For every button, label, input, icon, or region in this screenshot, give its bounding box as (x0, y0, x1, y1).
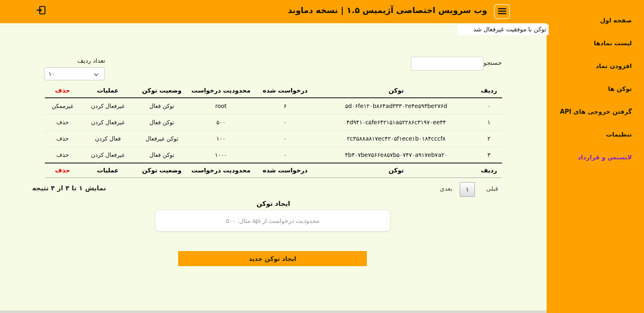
sidebar-item-tokens[interactable]: توکن ها (547, 77, 644, 100)
cell-token: ۴b۴۰۷be۷۵۶۶e۸۵۷b۵۰۷۴۷۰a۹۱۷eb۷a۲۰ (317, 147, 476, 163)
col-header-limit: محدودیت درخواست (188, 84, 254, 98)
cell-status: توکن فعال (135, 114, 188, 130)
logout-button[interactable] (36, 5, 46, 16)
pagination-summary: نمایش ۱ تا ۴ از ۴ نتیجه (32, 184, 106, 192)
footer-col-row-index: ردیف (476, 163, 502, 178)
table-row: ۱ ۴d۹۴۱۰c۵fe۶۴۲۱۵۱a۵۲۲۸۶c۳۱۹۷۰ee۴۴ ۰ ۵۰۰… (45, 114, 502, 130)
delete-token-button[interactable]: حذف (45, 147, 80, 163)
screen: وب سرویس اختصاصی آژیمیس ۱.۵ | نسخه دماون… (0, 0, 644, 313)
cell-row-index: ۱ (476, 114, 502, 130)
request-limit-input[interactable] (155, 210, 390, 231)
cell-row-index: ۳ (476, 147, 502, 163)
cell-row-index: ۲ (476, 130, 502, 147)
table-row: ۲ ۲c۳۵۸۸a۸۱۷ec۴۲۰۵f۱ece۱b۰۱۸۴cccf۸ ۰ ۱۰۰… (45, 130, 502, 147)
sidebar: صفحه اول لیست نمادها افزودن نماد توکن ها… (547, 0, 644, 313)
cell-row-index: ۰ (476, 98, 502, 114)
rows-per-page-label: تعداد ردیف (77, 57, 105, 64)
token-table-body: ۰ ۵d۰۶fe۱۲۰b۸۶۴ad۳۳۳۰۲e۴e۵۹۳be۲۷۶d ۶ roo… (45, 98, 502, 163)
search-label: جستجو: (481, 59, 502, 66)
cell-limit: ۵۰۰ (188, 114, 254, 130)
footer-col-token: توکن (317, 163, 476, 178)
cell-token: ۴d۹۴۱۰c۵fe۶۴۲۱۵۱a۵۲۲۸۶c۳۱۹۷۰ee۴۴ (317, 114, 476, 130)
exit-icon (36, 5, 46, 17)
menu-toggle-button[interactable] (494, 4, 510, 19)
tokens-table: ردیف توکن درخواست شده محدودیت درخواست وض… (45, 84, 502, 178)
toggle-token-button[interactable]: فعال کردن (80, 130, 135, 147)
footer-col-operations: عملیات (80, 163, 135, 178)
cell-limit: ۱۰۰۰ (188, 147, 254, 163)
sidebar-item-home[interactable]: صفحه اول (547, 9, 644, 32)
col-header-delete: حذف (45, 84, 80, 98)
cell-status: توکن غیرفعال (135, 130, 188, 147)
col-header-row-index: ردیف (476, 84, 502, 98)
success-alert: توکن با موفقیت غیرفعال شد (457, 24, 549, 35)
delete-token-button[interactable]: حذف (45, 130, 80, 147)
pagination-previous-button[interactable]: قبلی (486, 185, 498, 192)
cell-token: ۲c۳۵۸۸a۸۱۷ec۴۲۰۵f۱ece۱b۰۱۸۴cccf۸ (317, 130, 476, 147)
sidebar-item-license[interactable]: لایسنس و قرارداد (547, 146, 644, 169)
cell-requested: ۰ (254, 130, 317, 147)
pagination-next-button[interactable]: بعدی (440, 185, 452, 192)
cell-token: ۵d۰۶fe۱۲۰b۸۶۴ad۳۳۳۰۲e۴e۵۹۳be۲۷۶d (317, 98, 476, 114)
cell-requested: ۰ (254, 147, 317, 163)
rows-per-page-value: ۱۰ (49, 71, 55, 77)
cell-status: توکن فعال (135, 147, 188, 163)
cell-limit: ۱۰۰ (188, 130, 254, 147)
toggle-token-button[interactable]: غیرفعال کردن (80, 114, 135, 130)
toggle-token-button[interactable]: غیرفعال کردن (80, 98, 135, 114)
table-row: ۳ ۴b۴۰۷be۷۵۶۶e۸۵۷b۵۰۷۴۷۰a۹۱۷eb۷a۲۰ ۰ ۱۰۰… (45, 147, 502, 163)
create-token-button[interactable]: ایجاد توکن جدید (178, 251, 367, 266)
sidebar-item-settings[interactable]: تنظیمات (547, 123, 644, 146)
sidebar-item-symbols-list[interactable]: لیست نمادها (547, 32, 644, 55)
col-header-requested: درخواست شده (254, 84, 317, 98)
cell-limit: root (188, 98, 254, 114)
delete-token-button[interactable]: حذف (45, 114, 80, 130)
search-input[interactable] (411, 57, 483, 71)
cell-status: توکن فعال (135, 98, 188, 114)
app-title: وب سرویس اختصاصی آژیمیس ۱.۵ | نسخه دماون… (288, 5, 487, 15)
footer-col-limit: محدودیت درخواست (188, 163, 254, 178)
table-row: ۰ ۵d۰۶fe۱۲۰b۸۶۴ad۳۳۳۰۲e۴e۵۹۳be۲۷۶d ۶ roo… (45, 98, 502, 114)
main-content: توکن با موفقیت غیرفعال شد جستجو: تعداد ر… (0, 23, 547, 313)
sidebar-item-api-outputs[interactable]: گرفتن خروجی های API (547, 100, 644, 123)
sidebar-item-add-symbol[interactable]: افزودن نماد (547, 55, 644, 77)
pagination-current-page[interactable]: ۱ (460, 182, 475, 197)
cell-requested: ۰ (254, 114, 317, 130)
col-header-token: توکن (317, 84, 476, 98)
cell-requested: ۶ (254, 98, 317, 114)
chevron-down-icon (94, 70, 99, 78)
delete-token-button: غیرممکن (45, 98, 80, 114)
rows-per-page-select[interactable]: ۱۰ (44, 67, 105, 80)
hamburger-icon (498, 8, 506, 16)
col-header-operations: عملیات (80, 84, 135, 98)
footer-col-delete: حذف (45, 163, 80, 178)
create-token-title: ایجاد توکن (0, 200, 547, 207)
table-footer-row: ردیف توکن درخواست شده محدودیت درخواست وض… (45, 163, 502, 178)
col-header-status: وضعیت توکن (135, 84, 188, 98)
top-header-bar: وب سرویس اختصاصی آژیمیس ۱.۵ | نسخه دماون… (0, 0, 547, 23)
footer-col-requested: درخواست شده (254, 163, 317, 178)
horizontal-scrollbar[interactable] (0, 311, 547, 313)
table-header-row: ردیف توکن درخواست شده محدودیت درخواست وض… (45, 84, 502, 98)
toggle-token-button[interactable]: غیرفعال کردن (80, 147, 135, 163)
footer-col-status: وضعیت توکن (135, 163, 188, 178)
